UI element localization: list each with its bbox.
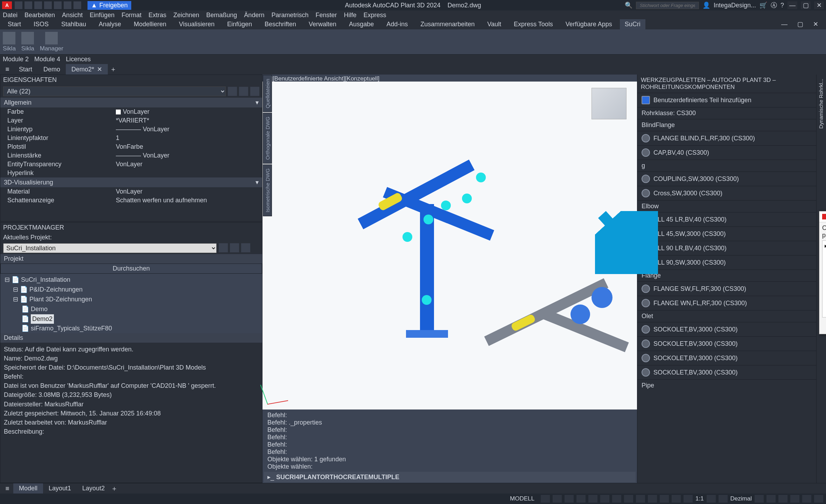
- quickselect-icon[interactable]: [228, 87, 237, 96]
- command-window[interactable]: Befehl: Befehl: ._properties Befehl: Bef…: [262, 410, 637, 483]
- add-custom-part-button[interactable]: Benutzerdefiniertes Teil hinzufügen: [637, 93, 816, 107]
- palette-item[interactable]: CAP,BV,40 (CS300): [637, 145, 816, 160]
- layout-tab[interactable]: Layout2: [77, 483, 110, 493]
- osnap-icon[interactable]: [588, 495, 597, 503]
- details-tool-icon[interactable]: [235, 335, 242, 342]
- doc-minimize-button[interactable]: —: [776, 19, 792, 29]
- menu-parametrisch[interactable]: Parametrisch: [271, 12, 308, 19]
- ribbon-tab-ausgabe[interactable]: Ausgabe: [344, 19, 379, 29]
- pm-tool-icon[interactable]: [235, 255, 242, 262]
- tree-node[interactable]: 📄 Demo: [3, 304, 259, 314]
- customize-icon[interactable]: [814, 495, 823, 503]
- property-row[interactable]: SchattenanzeigeSchatten werfen und aufne…: [0, 196, 262, 205]
- pm-icon-1[interactable]: [219, 243, 228, 252]
- panel-module-4[interactable]: Module 4: [34, 56, 60, 63]
- 3dosnap-icon[interactable]: [600, 495, 609, 503]
- doc-tab[interactable]: Demo2* ✕: [66, 64, 108, 75]
- qat-new-icon[interactable]: [15, 1, 22, 9]
- palette-item[interactable]: ELL 90,SW,3000 (CS300): [637, 255, 816, 270]
- units-format[interactable]: Dezimal: [730, 495, 752, 502]
- window-close-button[interactable]: ✕: [814, 1, 824, 9]
- property-row[interactable]: Linientyp———— VonLayer: [0, 125, 262, 134]
- menu-einfügen[interactable]: Einfügen: [90, 12, 114, 19]
- cleanscreen-icon[interactable]: [802, 495, 811, 503]
- property-row[interactable]: Linientypfaktor1: [0, 134, 262, 142]
- model-space-button[interactable]: MODELL: [506, 495, 538, 503]
- doc-tab[interactable]: Demo: [38, 64, 66, 75]
- details-tool-icon[interactable]: [252, 335, 259, 342]
- grid-icon[interactable]: [541, 495, 550, 503]
- lockui-icon[interactable]: [766, 495, 776, 503]
- polar-icon[interactable]: [576, 495, 586, 503]
- property-row[interactable]: MaterialVonLayer: [0, 187, 262, 196]
- transparency-icon[interactable]: [648, 495, 657, 503]
- cycling-icon[interactable]: [660, 495, 669, 503]
- palette-item[interactable]: ELL 45,SW,3000 (CS300): [637, 226, 816, 241]
- ribbon-tab-beschriften[interactable]: Beschriften: [260, 19, 301, 29]
- user-icon[interactable]: 👤: [702, 1, 710, 9]
- share-button[interactable]: ▲ Freigeben: [88, 1, 131, 10]
- property-group-header[interactable]: 3D-Visualisierung▾: [0, 177, 262, 187]
- ribbon-tab-analyse[interactable]: Analyse: [94, 19, 126, 29]
- palette-item[interactable]: FLANGE SW,FL,RF,300 (CS300): [637, 281, 816, 296]
- otrack-icon[interactable]: [612, 495, 621, 503]
- doc-close-button[interactable]: ✕: [808, 19, 823, 29]
- side-tab[interactable]: Isometrische DWG: [263, 164, 272, 216]
- menu-hilfe[interactable]: Hilfe: [344, 12, 356, 19]
- properties-selection-dropdown[interactable]: Alle (22): [3, 86, 226, 96]
- selectsimilar-icon[interactable]: [239, 87, 248, 96]
- palette-item[interactable]: COUPLING,SW,3000 (CS300): [637, 172, 816, 186]
- menu-format[interactable]: Format: [121, 12, 141, 19]
- tree-node[interactable]: 📄 Demo2: [3, 314, 259, 324]
- tree-node[interactable]: 📄 siFramo_Typicals_StützeF80: [3, 324, 259, 333]
- property-row[interactable]: Layer*VARIIERT*: [0, 116, 262, 125]
- viewcube[interactable]: [592, 88, 626, 119]
- cart-icon[interactable]: 🛒: [760, 1, 767, 9]
- property-row[interactable]: PlotstilVonFarbe: [0, 142, 262, 151]
- viewport-controls[interactable]: [–][Benutzerdefinierte Ansicht][Konzeptu…: [262, 75, 637, 82]
- side-tab[interactable]: Orthogonale DWG: [263, 113, 272, 163]
- app-menu-button[interactable]: ≡: [2, 65, 13, 74]
- property-row[interactable]: EntityTransparencyVonLayer: [0, 160, 262, 169]
- palette-item[interactable]: ELL 45 LR,BV,40 (CS300): [637, 212, 816, 226]
- pm-icon-3[interactable]: [241, 243, 250, 252]
- project-search-input[interactable]: Durchsuchen: [4, 265, 259, 272]
- new-tab-button[interactable]: ＋: [108, 65, 118, 74]
- lwt-icon[interactable]: [636, 495, 645, 503]
- side-tab[interactable]: Quelldateien: [263, 75, 272, 112]
- ribbon-group-sikla[interactable]: Sikla: [3, 32, 16, 52]
- ribbon-tab-isos[interactable]: ISOS: [29, 19, 54, 29]
- command-input[interactable]: SUCRI4PLANTORTHOCREATEMULTIPLE: [276, 474, 399, 481]
- ribbon-tab-stahlbau[interactable]: Stahlbau: [56, 19, 91, 29]
- hardware-accel-icon[interactable]: [790, 495, 799, 503]
- ribbon-group-manager[interactable]: Manager: [40, 32, 63, 52]
- 3d-viewport[interactable]: Select Orthographic Folder ✕ Orthographi…: [262, 82, 637, 410]
- menu-bemaßung[interactable]: Bemaßung: [206, 12, 237, 19]
- snap-icon[interactable]: [553, 495, 562, 503]
- property-row[interactable]: Linienstärke———— VonLayer: [0, 151, 262, 160]
- menu-express[interactable]: Express: [363, 12, 386, 19]
- ribbon-tab-verfügbare apps[interactable]: Verfügbare Apps: [561, 19, 617, 29]
- new-layout-button[interactable]: ＋: [111, 484, 118, 493]
- doc-restore-button[interactable]: ▢: [792, 19, 808, 29]
- help-search-input[interactable]: [636, 2, 699, 9]
- palette-item[interactable]: FLANGE WN,FL,RF,300 (CS300): [637, 296, 816, 310]
- dialog-folder-tree[interactable]: ▸ 📁 sucri_installation 📁 Orthographic Fo…: [822, 240, 826, 317]
- details-tool-icon[interactable]: [243, 335, 250, 342]
- property-row[interactable]: Hyperlink: [0, 169, 262, 177]
- pm-tool-icon[interactable]: [226, 255, 233, 262]
- qat-redo-icon[interactable]: [74, 1, 81, 9]
- ribbon-group-sikla[interactable]: Sikla: [21, 32, 34, 52]
- tree-node[interactable]: ⊟ 📄 SuCri_Installation: [3, 275, 259, 285]
- pm-tool-icon[interactable]: [252, 255, 259, 262]
- ribbon-tab-visualisieren[interactable]: Visualisieren: [174, 19, 219, 29]
- window-minimize-button[interactable]: —: [788, 1, 797, 9]
- ribbon-tab-zusammenarbeiten[interactable]: Zusammenarbeiten: [415, 19, 479, 29]
- current-project-dropdown[interactable]: SuCri_Installation: [3, 243, 217, 253]
- pm-tool-icon[interactable]: [243, 255, 250, 262]
- panel-module-2[interactable]: Module 2: [3, 56, 29, 63]
- palette-item[interactable]: ELL 90 LR,BV,40 (CS300): [637, 241, 816, 255]
- help-icon[interactable]: ?: [780, 2, 784, 9]
- workspace-icon[interactable]: [707, 495, 716, 503]
- layout-menu-button[interactable]: ≡: [2, 485, 13, 492]
